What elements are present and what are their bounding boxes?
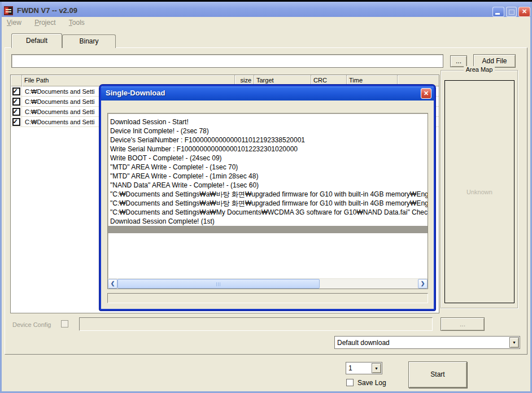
menu-item-project[interactable]: Project	[32, 19, 58, 27]
menu-item-view[interactable]: View	[5, 19, 24, 27]
log-selected-row[interactable]	[108, 226, 428, 233]
row-checkbox[interactable]: ✓	[12, 88, 20, 95]
menu-item-tools[interactable]: Tools	[67, 19, 87, 27]
log-line[interactable]: Device Init Complete! - (2sec 78)	[108, 126, 428, 136]
dialog-title: Single-Download	[106, 89, 165, 97]
log-line[interactable]: Write BOOT - Complete! - (24sec 09)	[108, 154, 428, 163]
scroll-left-icon: ❮	[111, 281, 115, 286]
log-line[interactable]: "C:₩Documents and Settings₩a₩My Document…	[108, 208, 428, 217]
device-config-label: Device Config	[12, 321, 51, 328]
check-icon: ✓	[13, 108, 18, 115]
minimize-button[interactable]	[492, 7, 504, 17]
row-checkbox[interactable]: ✓	[12, 98, 20, 106]
window-titlebar[interactable]: FWDN V7 -- v2.09 ✕	[0, 2, 532, 17]
chevron-down-icon: ▼	[374, 366, 378, 370]
tab-default[interactable]: Default	[11, 33, 62, 48]
device-config-checkbox[interactable]	[61, 320, 68, 328]
row-file-path: C:₩Documents and Setti	[22, 98, 95, 105]
check-icon: ✓	[13, 118, 18, 125]
save-log-label: Save Log	[357, 379, 386, 387]
tab-binary[interactable]: Binary	[62, 34, 116, 48]
log-line[interactable]: Device's SerialNumber : F100000000000001…	[108, 136, 428, 145]
row-file-path: C:₩Documents and Setti	[22, 119, 95, 125]
log-lines: Download Session - Start! Device Init Co…	[108, 117, 428, 226]
download-count-value: 1	[348, 364, 352, 372]
fwdn-window: FWDN V7 -- v2.09 ✕ View Project Tools De…	[0, 0, 532, 393]
download-mode-value: Default download	[337, 339, 390, 347]
progress-bar	[107, 293, 428, 303]
device-config-field[interactable]	[79, 317, 433, 331]
download-mode-select[interactable]: Default download ▼	[334, 336, 520, 349]
app-icon	[4, 6, 13, 15]
file-path-input[interactable]	[11, 54, 443, 68]
device-config-browse-button[interactable]: ...	[441, 317, 485, 331]
dropdown-button[interactable]: ▼	[372, 363, 381, 373]
scroll-right-arrow[interactable]: ❯	[418, 279, 428, 289]
scroll-left-arrow[interactable]: ❮	[108, 279, 117, 289]
area-map-title: Area Map	[464, 66, 495, 73]
scrollbar-thumb[interactable]	[117, 279, 320, 289]
start-button[interactable]: Start	[408, 361, 467, 388]
download-count-select[interactable]: 1 ▼	[346, 362, 382, 374]
log-line[interactable]: "C:₩Documents and Settings₩a₩바탕 화면₩upgra…	[108, 199, 428, 208]
close-icon: ✕	[522, 8, 527, 15]
log-line[interactable]: Download Session Complete! (1st)	[108, 217, 428, 226]
row-checkbox[interactable]: ✓	[12, 118, 20, 126]
close-icon: ✕	[424, 90, 429, 97]
close-button[interactable]: ✕	[518, 7, 530, 17]
row-file-path: C:₩Documents and Setti	[22, 108, 95, 115]
browse-button[interactable]: ...	[450, 55, 467, 67]
horizontal-scrollbar[interactable]: ❮ ❯	[108, 278, 428, 289]
log-line[interactable]: Write Serial Number : F10000000000000010…	[108, 145, 428, 154]
area-map-status: Unknown	[466, 189, 492, 195]
row-file-path: C:₩Documents and Setti	[22, 88, 95, 95]
maximize-icon	[509, 10, 514, 15]
scroll-right-icon: ❯	[421, 281, 425, 286]
row-checkbox[interactable]: ✓	[12, 108, 20, 116]
area-map-box: Unknown	[444, 80, 514, 303]
maximize-button[interactable]	[506, 7, 517, 17]
log-line[interactable]: "MTD" AREA Write - Complete! - (1sec 70)	[108, 163, 428, 172]
minimize-icon	[495, 13, 500, 15]
log-line[interactable]: "MTD" AREA Write - Complete! - (1min 28s…	[108, 172, 428, 181]
save-log-checkbox[interactable]	[346, 379, 354, 386]
log-line[interactable]: "C:₩Documents and Settings₩a₩바탕 화면₩upgra…	[108, 190, 428, 199]
dialog-close-button[interactable]: ✕	[421, 88, 431, 99]
download-log-list: Download Session - Start! Device Init Co…	[107, 113, 428, 289]
log-line[interactable]: "NAND Data" AREA Write - Complete! - (1s…	[108, 181, 428, 190]
single-download-dialog: Single-Download ✕ Download Session - Sta…	[99, 85, 435, 311]
check-icon: ✓	[13, 98, 18, 104]
dialog-titlebar[interactable]: Single-Download ✕	[101, 86, 434, 101]
menu-bar: View Project Tools	[5, 19, 94, 29]
log-line[interactable]: Download Session - Start!	[108, 117, 428, 126]
window-border	[0, 2, 2, 393]
dropdown-button[interactable]: ▼	[509, 337, 519, 348]
check-icon: ✓	[13, 88, 18, 94]
area-map-group: Area Map Unknown	[441, 70, 518, 308]
scrollbar-grip-icon	[216, 282, 221, 286]
window-title: FWDN V7 -- v2.09	[17, 6, 77, 15]
chevron-down-icon: ▼	[512, 340, 516, 344]
table-header-checkbox-column[interactable]	[11, 75, 22, 86]
